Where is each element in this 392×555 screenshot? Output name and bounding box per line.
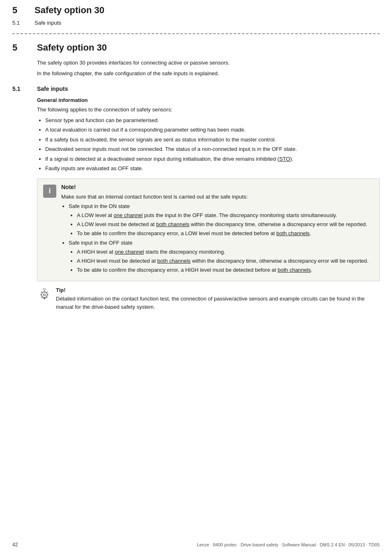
header-sub: 5.1 Safe inputs bbox=[0, 19, 392, 29]
subsection-bullet-list: Sensor type and function can be paramete… bbox=[45, 116, 380, 173]
svg-line-10 bbox=[42, 297, 42, 298]
subsection-51-heading: 5.1 Safe inputs bbox=[12, 86, 380, 92]
main-content: 5 Safety option 30 The safety option 30 … bbox=[0, 42, 392, 329]
dashed-separator bbox=[12, 33, 380, 34]
footer-page-num: 42 bbox=[12, 542, 18, 548]
sto-link[interactable]: STO bbox=[279, 156, 290, 162]
underline-one-channel: one channel bbox=[114, 212, 143, 218]
list-item: Deactivated sensor inputs must not be co… bbox=[45, 145, 380, 153]
svg-line-7 bbox=[42, 292, 42, 293]
underline-both-channels-2: both channels bbox=[277, 230, 310, 236]
lightbulb-icon bbox=[37, 287, 52, 302]
list-item: Safe input in the OFF state A HIGH level… bbox=[69, 239, 374, 275]
note-sub-list-on: A LOW level at one channel puts the inpu… bbox=[77, 211, 374, 238]
info-icon: i bbox=[43, 185, 56, 198]
page-wrapper: 5 Safety option 30 5.1 Safe inputs 5 Saf… bbox=[0, 0, 392, 555]
header-sub-title: Safe inputs bbox=[35, 20, 61, 26]
header-sub-num: 5.1 bbox=[12, 20, 25, 26]
header-chapter-title: Safety option 30 bbox=[35, 5, 104, 16]
note-body-intro: Make sure that an internal contact funct… bbox=[61, 193, 374, 201]
list-item: To be able to confirm the discrepancy er… bbox=[77, 266, 374, 274]
underline-both-channels-4: both channels bbox=[277, 267, 311, 273]
list-item: If a safety bus is activated, the sensor… bbox=[45, 136, 380, 144]
subsection-51-num: 5.1 bbox=[12, 86, 37, 92]
list-item: A LOW level at one channel puts the inpu… bbox=[77, 211, 374, 220]
list-item: Faulty inputs are evaluated as OFF state… bbox=[45, 164, 380, 173]
list-item: Safe input in the ON state A LOW level a… bbox=[69, 202, 374, 238]
list-item: A local evaluation is carried out if a c… bbox=[45, 126, 380, 134]
list-item: A LOW level must be detected at both cha… bbox=[77, 220, 374, 229]
general-info-heading: General information bbox=[37, 97, 380, 103]
svg-point-11 bbox=[44, 294, 46, 296]
tip-icon bbox=[37, 287, 52, 302]
svg-point-0 bbox=[42, 292, 47, 298]
header-chapter-num: 5 bbox=[12, 5, 25, 16]
underline-one-channel-2: one channel bbox=[115, 249, 144, 255]
subsection-51-title: Safe inputs bbox=[37, 86, 68, 92]
svg-line-8 bbox=[46, 297, 47, 298]
tip-content: Tip! Detailed information on the contact… bbox=[56, 287, 380, 311]
list-item: A HIGH level must be detected at both ch… bbox=[77, 257, 374, 265]
tip-title: Tip! bbox=[56, 287, 380, 293]
section-intro-2: In the following chapter, the safe confi… bbox=[37, 69, 380, 78]
section-5-heading: 5 Safety option 30 bbox=[12, 42, 380, 53]
footer-text: Lenze · 8400 protec · Drive-based safety… bbox=[197, 542, 380, 547]
underline-both-channels-1: both channels bbox=[156, 221, 189, 227]
note-sub-list-off: A HIGH level at one channel starts the d… bbox=[77, 248, 374, 274]
list-item: A HIGH level at one channel starts the d… bbox=[77, 248, 374, 256]
underline-both-channels-3: both channels bbox=[157, 258, 191, 264]
header-bar: 5 Safety option 30 bbox=[0, 0, 392, 19]
page-footer: 42 Lenze · 8400 protec · Drive-based saf… bbox=[0, 542, 392, 548]
list-item: To be able to confirm the discrepancy er… bbox=[77, 229, 374, 238]
list-item: Sensor type and function can be paramete… bbox=[45, 116, 380, 125]
section-5-title: Safety option 30 bbox=[37, 42, 107, 53]
note-main-list: Safe input in the ON state A LOW level a… bbox=[69, 202, 374, 274]
section-intro-1: The safety option 30 provides interfaces… bbox=[37, 59, 380, 67]
svg-line-9 bbox=[46, 292, 47, 293]
note-content: Note! Make sure that an internal contact… bbox=[61, 184, 374, 276]
subsection-body-intro: The following applies to the connection … bbox=[37, 106, 380, 114]
tip-box: Tip! Detailed information on the contact… bbox=[37, 287, 380, 311]
section-5-num: 5 bbox=[12, 42, 37, 53]
list-item: If a signal is detected at a deactivated… bbox=[45, 155, 380, 163]
note-box: i Note! Make sure that an internal conta… bbox=[37, 178, 380, 282]
note-title: Note! bbox=[61, 184, 374, 190]
tip-body: Detailed information on the contact func… bbox=[56, 295, 380, 311]
